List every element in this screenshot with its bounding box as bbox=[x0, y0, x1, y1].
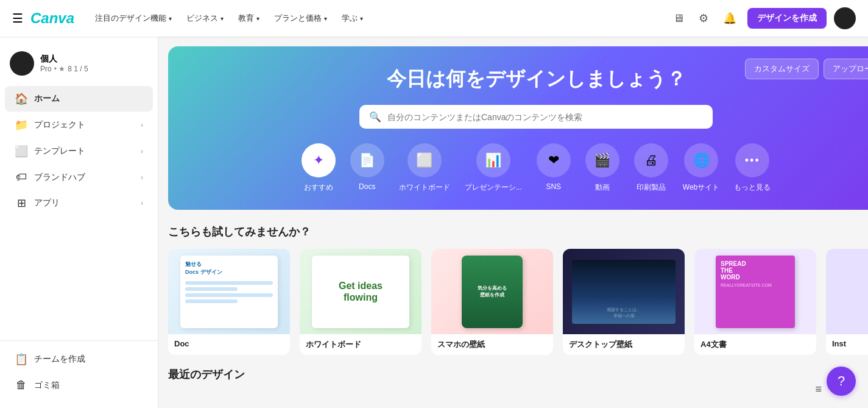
custom-size-button[interactable]: カスタムサイズ bbox=[745, 59, 819, 79]
card-thumb-whiteboard: Get ideasflowing bbox=[300, 249, 422, 334]
top-nav: ☰ Canva 注目のデザイン機能 ▾ ビジネス ▾ 教育 ▾ プランと価格 ▾… bbox=[0, 0, 868, 37]
category-icon-video: 🎬 bbox=[585, 143, 619, 177]
category-icon-recommended: ✦ bbox=[302, 143, 336, 177]
card-inst[interactable]: Inst bbox=[826, 249, 868, 355]
home-icon: 🏠 bbox=[15, 92, 28, 106]
card-thumb-doc: 魅せるDocs デザイン bbox=[168, 249, 290, 334]
sidebar-item-apps[interactable]: ⊞ アプリ › ← bbox=[5, 190, 153, 216]
chevron-down-icon: ▾ bbox=[256, 15, 259, 22]
recent-section-title: 最近のデザイン bbox=[168, 367, 868, 382]
chevron-down-icon: ▾ bbox=[221, 15, 224, 22]
category-recommended[interactable]: ✦ おすすめ bbox=[302, 143, 336, 193]
card-whiteboard[interactable]: Get ideasflowing ホワイトボード bbox=[300, 249, 422, 355]
nav-link-education[interactable]: 教育 ▾ bbox=[232, 9, 266, 27]
card-label-inst: Inst bbox=[826, 334, 868, 353]
sidebar-item-brandhub[interactable]: 🏷 ブランドハブ › bbox=[5, 165, 153, 190]
chevron-down-icon: ▾ bbox=[360, 15, 363, 22]
template-icon: ⬜ bbox=[15, 145, 28, 158]
sidebar-nav: 🏠 ホーム 📁 プロジェクト › ⬜ テンプレート › 🏷 ブランドハブ › ⊞… bbox=[0, 85, 158, 335]
category-icon-presentation: 📊 bbox=[476, 143, 510, 177]
category-icon-whiteboard: ⬜ bbox=[408, 143, 442, 177]
sidebar-item-create-team[interactable]: 📋 チームを作成 bbox=[5, 346, 153, 372]
chevron-right-icon: › bbox=[141, 199, 143, 207]
canva-logo[interactable]: Canva bbox=[30, 10, 74, 27]
sidebar-item-templates[interactable]: ⬜ テンプレート › bbox=[5, 138, 153, 164]
category-more[interactable]: ••• もっと見る bbox=[734, 143, 771, 193]
profile-avatar[interactable] bbox=[10, 51, 34, 76]
category-icon-print: 🖨 bbox=[634, 143, 668, 177]
card-thumb-phone: 気分を高める壁紙を作成 bbox=[431, 249, 553, 334]
nav-link-business[interactable]: ビジネス ▾ bbox=[180, 9, 230, 27]
upload-button[interactable]: アップロード bbox=[824, 59, 868, 79]
help-button[interactable]: ? bbox=[827, 367, 856, 392]
nav-right: 🖥 ⚙ 🔔 デザインを作成 bbox=[669, 7, 856, 29]
apps-icon: ⊞ bbox=[15, 196, 28, 210]
sidebar: 個人 Pro • ★ 8 1 / 5 🏠 ホーム 📁 プロジェクト › ⬜ テン… bbox=[0, 37, 158, 392]
profile-info: 個人 Pro • ★ 8 1 / 5 bbox=[40, 54, 88, 73]
search-icon: 🔍 bbox=[369, 111, 381, 123]
hero-banner: カスタムサイズ アップロード 今日は何をデザインしましょう？ 🔍 ✦ おすすめ bbox=[168, 46, 868, 210]
category-whiteboard[interactable]: ⬜ ホワイトボード bbox=[399, 143, 450, 193]
nav-link-learn[interactable]: 学ぶ ▾ bbox=[336, 9, 369, 27]
hamburger-icon[interactable]: ☰ bbox=[12, 11, 23, 26]
category-website[interactable]: 🌐 Webサイト bbox=[683, 143, 719, 193]
category-icon-sns: ❤ bbox=[537, 143, 571, 177]
category-video[interactable]: 🎬 動画 bbox=[585, 143, 619, 193]
brand-icon: 🏷 bbox=[15, 171, 28, 184]
card-a4[interactable]: SPREADTHEWORD REALLYGREATSITE.COM A4文書 bbox=[694, 249, 816, 355]
card-label-a4: A4文書 bbox=[694, 334, 816, 355]
create-design-button[interactable]: デザインを作成 bbox=[747, 8, 827, 29]
category-icon-website: 🌐 bbox=[684, 143, 718, 177]
search-bar: 🔍 bbox=[359, 105, 713, 129]
chevron-right-icon: › bbox=[141, 173, 143, 182]
card-thumb-inst bbox=[826, 249, 868, 334]
sidebar-bottom: 📋 チームを作成 🗑 ゴミ箱 bbox=[0, 340, 158, 392]
avatar[interactable] bbox=[834, 7, 856, 29]
sidebar-item-trash[interactable]: 🗑 ゴミ箱 bbox=[5, 373, 153, 392]
category-sns[interactable]: ❤ SNS bbox=[537, 143, 571, 193]
nav-links: 注目のデザイン機能 ▾ ビジネス ▾ 教育 ▾ プランと価格 ▾ 学ぶ ▾ bbox=[89, 9, 669, 27]
category-print[interactable]: 🖨 印刷製品 bbox=[634, 143, 668, 193]
sidebar-item-projects[interactable]: 📁 プロジェクト › bbox=[5, 112, 153, 138]
card-label-phone: スマホの壁紙 bbox=[431, 334, 553, 355]
category-row: ✦ おすすめ 📄 Docs ⬜ ホワイトボード bbox=[192, 143, 868, 193]
category-presentation[interactable]: 📊 プレゼンテーシ... bbox=[465, 143, 522, 193]
hero-buttons: カスタムサイズ アップロード bbox=[745, 59, 868, 79]
try-section-title: こちらも試してみませんか？ bbox=[168, 224, 868, 239]
nav-link-features[interactable]: 注目のデザイン機能 ▾ bbox=[89, 9, 178, 27]
try-section: こちらも試してみませんか？ 魅せるDocs デザイン Doc bbox=[158, 224, 868, 355]
profile-name: 個人 bbox=[40, 54, 88, 65]
monitor-icon[interactable]: 🖥 bbox=[669, 9, 688, 29]
chevron-right-icon: › bbox=[141, 121, 143, 129]
card-phone[interactable]: 気分を高める壁紙を作成 スマホの壁紙 bbox=[431, 249, 553, 355]
card-thumb-desktop: 感謝することは、幸福への扉 bbox=[563, 249, 685, 334]
card-thumb-a4: SPREADTHEWORD REALLYGREATSITE.COM bbox=[694, 249, 816, 334]
chevron-down-icon: ▾ bbox=[324, 15, 327, 22]
card-label-doc: Doc bbox=[168, 334, 290, 353]
sidebar-item-home[interactable]: 🏠 ホーム bbox=[5, 86, 153, 112]
cards-row: 魅せるDocs デザイン Doc Get ideasflowing bbox=[168, 249, 868, 355]
star-icon: • ★ bbox=[54, 65, 66, 73]
trash-icon: 🗑 bbox=[15, 379, 28, 392]
category-icon-docs: 📄 bbox=[350, 143, 384, 177]
layout: 個人 Pro • ★ 8 1 / 5 🏠 ホーム 📁 プロジェクト › ⬜ テン… bbox=[0, 37, 868, 392]
gear-icon[interactable]: ⚙ bbox=[695, 8, 712, 29]
category-docs[interactable]: 📄 Docs bbox=[350, 143, 384, 193]
team-icon: 📋 bbox=[15, 353, 28, 366]
nav-link-plans[interactable]: プランと価格 ▾ bbox=[268, 9, 333, 27]
profile-plan: Pro • ★ 8 1 / 5 bbox=[40, 65, 88, 73]
card-doc[interactable]: 魅せるDocs デザイン Doc bbox=[168, 249, 290, 355]
recent-section: 最近のデザイン bbox=[158, 367, 868, 382]
bell-icon[interactable]: 🔔 bbox=[719, 8, 740, 29]
folder-icon: 📁 bbox=[15, 118, 28, 132]
sidebar-profile: 個人 Pro • ★ 8 1 / 5 bbox=[0, 46, 158, 85]
main-content: カスタムサイズ アップロード 今日は何をデザインしましょう？ 🔍 ✦ おすすめ bbox=[158, 37, 868, 392]
card-label-whiteboard: ホワイトボード bbox=[300, 334, 422, 355]
chevron-down-icon: ▾ bbox=[169, 15, 172, 22]
category-icon-more: ••• bbox=[735, 143, 769, 177]
list-view-icon[interactable]: ≡ bbox=[815, 383, 822, 392]
card-desktop[interactable]: 感謝することは、幸福への扉 デスクトップ壁紙 bbox=[563, 249, 685, 355]
card-label-desktop: デスクトップ壁紙 bbox=[563, 334, 685, 355]
search-input[interactable] bbox=[387, 112, 703, 122]
chevron-right-icon: › bbox=[141, 147, 143, 156]
